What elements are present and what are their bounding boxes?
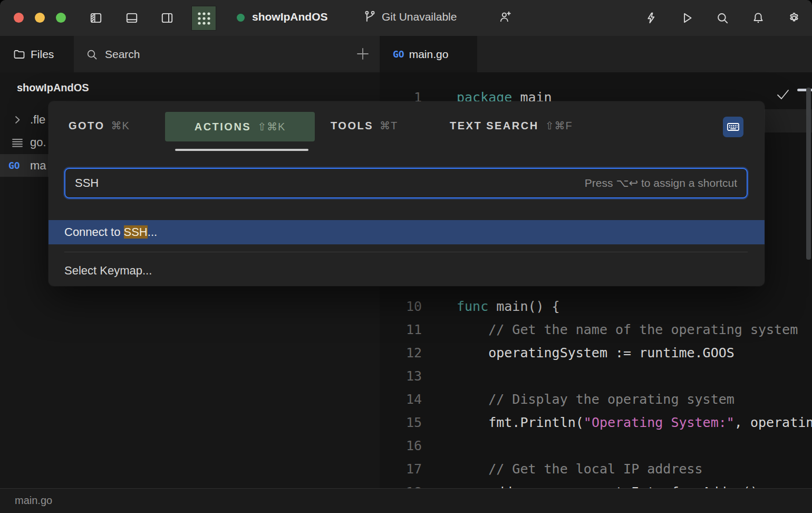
code-line[interactable]: 18 addrs, err := net.InterfaceAddrs() xyxy=(380,481,812,488)
project-status-dot xyxy=(237,14,245,22)
code-line[interactable]: 17 // Get the local IP address xyxy=(380,458,812,481)
code-line[interactable]: 11 // Get the name of the operating syst… xyxy=(380,318,812,341)
code-line[interactable]: 12 operatingSystem := runtime.GOOS xyxy=(380,341,812,365)
shortcut-label: ⇧⌘F xyxy=(545,119,573,132)
close-button[interactable] xyxy=(14,13,24,23)
add-tab-plus-icon[interactable] xyxy=(354,45,371,62)
code-line[interactable]: 15 fmt.Println("Operating System:", oper… xyxy=(380,411,812,434)
code-line[interactable]: 16 xyxy=(380,434,812,458)
search-input-value: SSH xyxy=(75,176,99,190)
workspace-grid-icon[interactable] xyxy=(191,6,216,31)
check-icon[interactable] xyxy=(775,87,791,102)
left-panel-toggle-icon[interactable] xyxy=(89,11,103,25)
code-line[interactable]: 14 // Display the operating system xyxy=(380,388,812,411)
result-select-keymap[interactable]: Select Keymap... xyxy=(49,259,765,282)
active-tab-indicator xyxy=(175,149,308,151)
tree-root-label: showIpAndOS xyxy=(17,82,89,94)
right-panel-toggle-icon[interactable] xyxy=(160,11,174,25)
tab-files-label: Files xyxy=(31,48,54,61)
search-icon[interactable] xyxy=(716,11,729,25)
action-search-input[interactable]: SSH Press ⌥↩ to assign a shortcut xyxy=(64,168,748,198)
shortcut-hint: Press ⌥↩ to assign a shortcut xyxy=(585,177,737,189)
git-status-label: Git Unavailable xyxy=(382,11,457,23)
editor-tab-main-go[interactable]: GO main.go xyxy=(380,36,477,72)
go-language-badge: GO xyxy=(393,49,404,60)
git-branch-icon xyxy=(363,10,377,24)
result-divider xyxy=(64,252,748,252)
title-bar: showIpAndOS Git Unavailable xyxy=(0,0,812,36)
minimize-button[interactable] xyxy=(35,13,45,23)
tab-search-label: Search xyxy=(105,48,140,61)
popup-tab-text-search[interactable]: TEXT SEARCH ⇧⌘F xyxy=(450,101,573,150)
code-line[interactable]: 13 xyxy=(380,365,812,388)
status-file-breadcrumb[interactable]: main.go xyxy=(15,495,52,507)
popup-tab-tools[interactable]: TOOLS ⌘T xyxy=(331,101,398,150)
status-bar: main.go xyxy=(0,488,812,513)
bell-icon[interactable] xyxy=(751,11,765,25)
tab-search[interactable]: Search xyxy=(74,36,306,72)
shortcut-label: ⇧⌘K xyxy=(257,120,285,133)
match-highlight: SSH xyxy=(124,225,148,239)
git-status[interactable]: Git Unavailable xyxy=(363,10,457,24)
search-icon xyxy=(85,48,98,61)
popup-tab-actions-active[interactable]: ACTIONS ⇧⌘K xyxy=(165,112,315,141)
folder-icon xyxy=(13,48,25,61)
list-icon xyxy=(11,136,24,149)
maximize-button[interactable] xyxy=(56,13,66,23)
bottom-panel-toggle-icon[interactable] xyxy=(125,11,139,25)
gear-icon[interactable] xyxy=(787,11,801,25)
chevron-right-icon[interactable] xyxy=(11,113,24,127)
lightning-icon[interactable] xyxy=(644,11,658,25)
code-line[interactable]: 10 func main() { xyxy=(380,295,812,318)
editor-tab-bar: GO main.go xyxy=(380,36,812,72)
go-language-badge: GO xyxy=(8,160,20,171)
editor-scrollbar[interactable] xyxy=(806,88,811,260)
shortcut-label: ⌘T xyxy=(380,119,398,132)
shortcut-label: ⌘K xyxy=(111,119,130,132)
app-window: showIpAndOS Git Unavailable Files xyxy=(0,0,812,513)
project-name[interactable]: showIpAndOS xyxy=(252,11,328,23)
popup-tab-goto[interactable]: GOTO ⌘K xyxy=(69,101,130,150)
tab-files[interactable]: Files xyxy=(0,36,74,72)
goto-actions-popup: GOTO ⌘K ACTIONS ⇧⌘K TOOLS ⌘T TEXT SEARCH… xyxy=(49,101,765,286)
add-collaborator-icon[interactable] xyxy=(498,10,514,26)
run-icon[interactable] xyxy=(680,11,694,25)
panel-header-row: Files Search GO main.go xyxy=(0,36,812,72)
keyboard-icon[interactable] xyxy=(723,117,743,137)
editor-tab-title: main.go xyxy=(409,48,449,61)
result-connect-to-ssh[interactable]: Connect to SSH... xyxy=(49,220,765,244)
